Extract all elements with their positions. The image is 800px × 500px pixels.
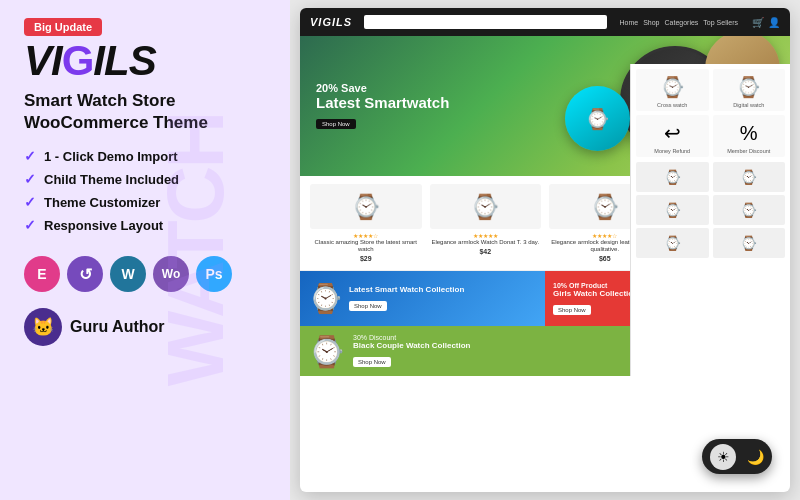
side-product-name-4: Member Discount (716, 148, 783, 154)
product-img-1: ⌚ (310, 184, 422, 229)
tagline-line1: Smart Watch Store (24, 90, 270, 112)
store-search-bar (364, 15, 607, 29)
main-content: 20% Save Latest Smartwatch Shop Now 10:5… (300, 36, 790, 376)
nav-item-1: Home (619, 19, 638, 26)
side-watch-6: ⌚ (713, 195, 786, 225)
product-card-1: ⌚ ★★★★☆ Classic amazing Store the latest… (310, 184, 422, 262)
side-product-grid: ⌚ Cross watch ⌚ Digital watch ↩ Money Re… (636, 69, 785, 157)
product-img-2: ⌚ (430, 184, 542, 229)
couple-banner-text: 30% Discount Black Couple Watch Collecti… (353, 334, 471, 368)
side-feature-icon-1: ↩ (639, 118, 706, 148)
product-name-1: Classic amazing Store the latest smart w… (310, 239, 422, 253)
theme-tagline: Smart Watch Store WooCommerce Theme (24, 90, 270, 134)
features-list: ✓ 1 - Click Demo Import ✓ Child Theme In… (24, 148, 270, 240)
product-stars-2: ★★★★★ (430, 232, 542, 239)
feature-item-3: ✓ Theme Customizer (24, 194, 270, 210)
guru-author-section: 🐱 Guru Author (24, 308, 270, 346)
cart-icon: 🛒 (752, 17, 764, 28)
user-icon: 👤 (768, 17, 780, 28)
hero-save-text: 20% Save (316, 82, 449, 94)
nav-item-2: Shop (643, 19, 659, 26)
girls-shop-btn[interactable]: Shop Now (553, 305, 591, 315)
side-product-4: % Member Discount (713, 115, 786, 157)
girls-discount-text: 10% Off Product (553, 282, 638, 289)
feature-text-3: Theme Customizer (44, 195, 160, 210)
store-nav: Home Shop Categories Top Sellers (619, 19, 738, 26)
wordpress-icon: W (110, 256, 146, 292)
side-watch-8: ⌚ (713, 228, 786, 258)
girls-banner-text: 10% Off Product Girls Watch Collection S… (553, 282, 638, 316)
side-feature-icon-2: % (716, 118, 783, 148)
elementor-icon: E (24, 256, 60, 292)
check-icon-3: ✓ (24, 194, 36, 210)
product-stars-1: ★★★★☆ (310, 232, 422, 239)
store-logo: VIGILS (310, 16, 352, 28)
woo-icon: Wo (153, 256, 189, 292)
product-name-2: Elegance armlock Watch Donat T. 3 day. (430, 239, 542, 246)
dark-mode-option[interactable]: 🌙 (747, 449, 764, 465)
brand-logo: VIGILS (24, 40, 270, 82)
photoshop-icon: Ps (196, 256, 232, 292)
side-watch-img-2: ⌚ (716, 72, 783, 102)
feature-item-2: ✓ Child Theme Included (24, 171, 270, 187)
right-side-panel: ⌚ Cross watch ⌚ Digital watch ↩ Money Re… (630, 64, 790, 376)
smart-shop-btn[interactable]: Shop Now (349, 301, 387, 311)
side-product-2: ⌚ Digital watch (713, 69, 786, 111)
side-watch-4: ⌚ (713, 162, 786, 192)
feature-text-4: Responsive Layout (44, 218, 163, 233)
product-price-1: $29 (310, 255, 422, 262)
green-watch-icon: ⌚ (585, 107, 610, 131)
side-row-2: ⌚ ⌚ (636, 195, 785, 225)
guru-star-icon: 🐱 (32, 316, 54, 338)
side-row-1: ⌚ ⌚ (636, 162, 785, 192)
right-panel: VIGILS Home Shop Categories Top Sellers … (290, 0, 800, 500)
product-watch-icon-1: ⌚ (351, 193, 381, 221)
big-update-badge: Big Update (24, 18, 102, 36)
moon-icon: 🌙 (747, 449, 764, 465)
tech-icons-row: E ↺ W Wo Ps (24, 256, 270, 292)
feature-text-1: 1 - Click Demo Import (44, 149, 178, 164)
smart-banner-text: Latest Smart Watch Collection Shop Now (349, 285, 464, 312)
side-watch-img-1: ⌚ (639, 72, 706, 102)
couple-discount-label: 30% Discount (353, 334, 471, 341)
logo-text: VIGILS (24, 37, 156, 84)
side-more-products: ⌚ ⌚ ⌚ ⌚ ⌚ ⌚ (636, 162, 785, 258)
side-row-3: ⌚ ⌚ (636, 228, 785, 258)
side-watch-5: ⌚ (636, 195, 709, 225)
check-icon-4: ✓ (24, 217, 36, 233)
product-card-2: ⌚ ★★★★★ Elegance armlock Watch Donat T. … (430, 184, 542, 262)
check-icon-1: ✓ (24, 148, 36, 164)
hero-shop-btn[interactable]: Shop Now (316, 119, 356, 129)
couple-shop-btn[interactable]: Shop Now (353, 357, 391, 367)
light-mode-option[interactable]: ☀ (710, 444, 736, 470)
store-icons: 🛒 👤 (752, 17, 780, 28)
feature-item-4: ✓ Responsive Layout (24, 217, 270, 233)
couple-watch-icon: ⌚ (308, 334, 345, 369)
side-product-1: ⌚ Cross watch (636, 69, 709, 111)
guru-badge-icon: 🐱 (24, 308, 62, 346)
hero-title-text: Latest Smartwatch (316, 94, 449, 112)
side-product-name-3: Money Refund (639, 148, 706, 154)
sun-icon: ☀ (717, 449, 730, 465)
hero-text-block: 20% Save Latest Smartwatch Shop Now (316, 82, 449, 130)
product-price-2: $42 (430, 248, 542, 255)
feature-item-1: ✓ 1 - Click Demo Import (24, 148, 270, 164)
feature-text-2: Child Theme Included (44, 172, 179, 187)
side-product-name-2: Digital watch (716, 102, 783, 108)
side-product-name-1: Cross watch (639, 102, 706, 108)
smart-watch-icon: ⌚ (308, 282, 343, 315)
tagline-line2: WooCommerce Theme (24, 112, 270, 134)
redux-icon: ↺ (67, 256, 103, 292)
browser-mockup: VIGILS Home Shop Categories Top Sellers … (300, 8, 790, 492)
left-panel: WATCH Big Update VIGILS Smart Watch Stor… (0, 0, 290, 500)
product-watch-icon-2: ⌚ (470, 193, 500, 221)
hero-green-watch: ⌚ (565, 86, 630, 151)
smart-watch-banner: ⌚ Latest Smart Watch Collection Shop Now (300, 271, 545, 326)
store-header: VIGILS Home Shop Categories Top Sellers … (300, 8, 790, 36)
dark-mode-toggle[interactable]: ☀ 🌙 (702, 439, 772, 474)
side-product-3: ↩ Money Refund (636, 115, 709, 157)
nav-item-3: Categories (665, 19, 699, 26)
product-watch-icon-3: ⌚ (590, 193, 620, 221)
side-watch-3: ⌚ (636, 162, 709, 192)
check-icon-2: ✓ (24, 171, 36, 187)
